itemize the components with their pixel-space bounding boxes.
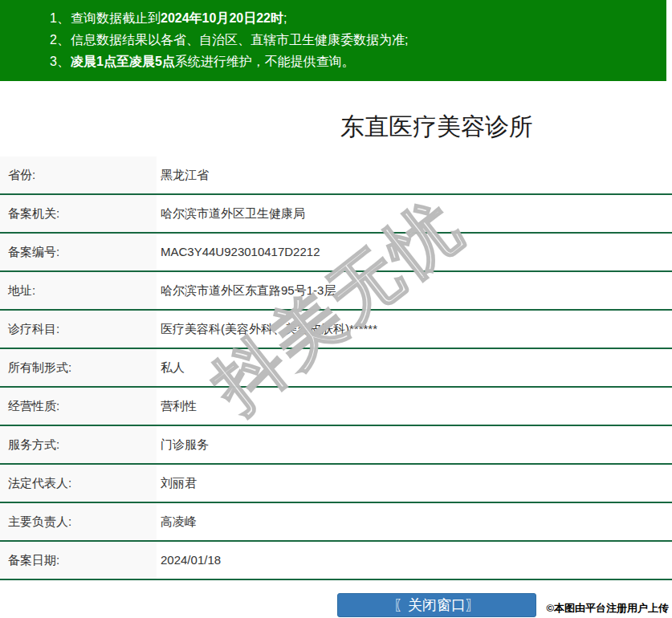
notice-number: 1、 [50, 7, 71, 29]
field-label: 备案日期: [0, 542, 157, 579]
field-label: 所有制形式: [0, 349, 157, 386]
notice-text: 系统进行维护，不能提供查询。 [175, 55, 355, 68]
field-value: 高凌峰 [157, 503, 672, 540]
field-value: 私人 [157, 349, 672, 386]
field-value: 医疗美容科(美容外科、美容皮肤科)****** [157, 311, 672, 348]
notice-text-bold: 2024年10月20日22时 [161, 11, 283, 25]
table-row-main-person-in-charge: 主要负责人: 高凌峰 [0, 503, 672, 542]
table-row-business-nature: 经营性质: 营利性 [0, 388, 672, 426]
table-row-filing-authority: 备案机关: 哈尔滨市道外区卫生健康局 [0, 195, 672, 234]
close-window-button[interactable]: 〖关闭窗口〗 [337, 593, 536, 617]
field-label: 诊疗科目: [0, 311, 157, 348]
field-value: 哈尔滨市道外区卫生健康局 [157, 195, 672, 232]
table-row-legal-representative: 法定代表人: 刘丽君 [0, 465, 672, 503]
table-row-ownership: 所有制形式: 私人 [0, 349, 672, 388]
field-label: 经营性质: [0, 388, 157, 425]
notice-text: 查询数据截止到 [71, 11, 161, 25]
notice-line-1: 1、查询数据截止到2024年10月20日22时; [0, 7, 666, 29]
field-label: 备案编号: [0, 234, 157, 270]
table-row-filing-date: 备案日期: 2024/01/18 [0, 542, 672, 580]
field-label: 备案机关: [0, 195, 157, 232]
field-label: 主要负责人: [0, 503, 157, 540]
field-value: 黑龙江省 [157, 157, 672, 193]
page-title: 东直医疗美容诊所 [0, 110, 672, 143]
notice-number: 3、 [50, 51, 71, 72]
field-label: 服务方式: [0, 426, 157, 463]
field-value: 门诊服务 [157, 426, 672, 463]
field-value: MAC3Y44U923010417D2212 [157, 234, 672, 270]
field-label: 法定代表人: [0, 465, 157, 502]
table-row-departments: 诊疗科目: 医疗美容科(美容外科、美容皮肤科)****** [0, 311, 672, 349]
notice-line-2: 2、信息数据结果以各省、自治区、直辖市卫生健康委数据为准; [0, 29, 666, 51]
copyright-notice: ©本图由平台注册用户上传 [544, 600, 670, 616]
field-value: 营利性 [157, 388, 672, 425]
notice-text: ; [283, 11, 287, 25]
field-label: 省份: [0, 157, 157, 193]
field-value: 刘丽君 [157, 465, 672, 502]
notice-text: 信息数据结果以各省、自治区、直辖市卫生健康委数据为准; [71, 33, 408, 47]
notice-text-bold: 凌晨1点至凌晨5点 [71, 55, 175, 68]
table-row-service-mode: 服务方式: 门诊服务 [0, 426, 672, 465]
table-row-address: 地址: 哈尔滨市道外区东直路95号1-3层 [0, 272, 672, 311]
notice-number: 2、 [50, 29, 71, 51]
field-label: 地址: [0, 272, 157, 309]
table-row-province: 省份: 黑龙江省 [0, 157, 672, 195]
page: 1、查询数据截止到2024年10月20日22时; 2、信息数据结果以各省、自治区… [0, 0, 672, 617]
table-row-filing-number: 备案编号: MAC3Y44U923010417D2212 [0, 234, 672, 272]
notice-banner: 1、查询数据截止到2024年10月20日22时; 2、信息数据结果以各省、自治区… [0, 0, 666, 81]
field-value: 2024/01/18 [157, 542, 672, 579]
notice-line-3: 3、凌晨1点至凌晨5点系统进行维护，不能提供查询。 [0, 51, 666, 72]
clinic-info-table: 省份: 黑龙江省 备案机关: 哈尔滨市道外区卫生健康局 备案编号: MAC3Y4… [0, 157, 672, 580]
field-value: 哈尔滨市道外区东直路95号1-3层 [157, 272, 672, 309]
